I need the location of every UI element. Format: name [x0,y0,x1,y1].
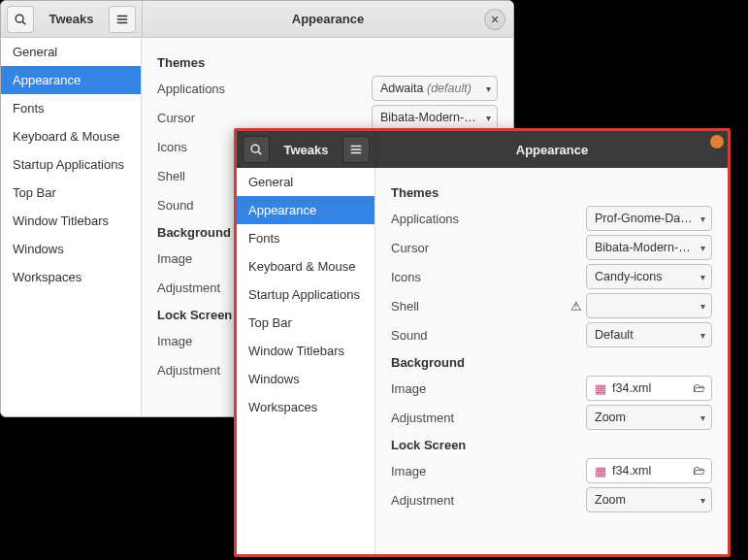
sidebar-item-general[interactable]: General [1,38,141,66]
chevron-down-icon: ▾ [700,301,705,312]
chevron-down-icon: ▾ [700,495,705,506]
hamburger-button[interactable] [342,136,370,163]
section-themes: Themes [391,185,712,200]
label-sound: Sound [391,328,586,343]
search-button[interactable] [243,136,270,163]
ls-image-chooser[interactable]: ▦f34.xml🗁 [586,458,712,483]
applications-combo[interactable]: Adwaita (default) ▾ [372,76,498,101]
bg-image-chooser[interactable]: ▦f34.xml🗁 [586,376,712,401]
close-button[interactable] [710,135,724,148]
label-shell: Shell [391,299,570,313]
chevron-down-icon: ▾ [700,214,705,224]
sidebar-item-workspaces[interactable]: Workspaces [1,263,141,291]
sidebar-item-general[interactable]: General [237,168,374,196]
chevron-down-icon: ▾ [700,412,705,423]
label-bg-image: Image [391,381,586,396]
sidebar-item-startup-applications[interactable]: Startup Applications [237,280,374,309]
icons-combo[interactable]: Candy-icons▾ [586,264,712,289]
tweaks-window-dark: Tweaks Appearance GeneralAppearanceFonts… [234,128,731,557]
sidebar-item-fonts[interactable]: Fonts [237,224,374,252]
sidebar-item-fonts[interactable]: Fonts [1,94,141,122]
label-ls-adjustment: Adjustment [391,493,586,508]
sidebar-item-keyboard-mouse[interactable]: Keyboard & Mouse [1,122,141,150]
label-applications: Applications [157,82,372,96]
label-bg-adjustment: Adjustment [391,411,586,425]
shell-combo[interactable]: ▾ [586,293,712,318]
page-title: Appearance [516,143,588,157]
chevron-down-icon: ▾ [700,330,705,341]
chevron-down-icon: ▾ [486,83,491,94]
label-cursor: Cursor [391,241,586,255]
bg-adjustment-combo[interactable]: Zoom▾ [586,405,712,430]
sidebar-item-window-titlebars[interactable]: Window Titlebars [237,337,374,365]
open-icon: 🗁 [693,381,705,395]
cursor-combo[interactable]: Bibata-Modern-Classic▾ [586,235,712,260]
ls-adjustment-combo[interactable]: Zoom▾ [586,487,712,512]
sidebar-item-top-bar[interactable]: Top Bar [1,179,141,207]
label-applications: Applications [391,212,586,226]
label-icons: Icons [391,270,586,284]
sidebar-item-top-bar[interactable]: Top Bar [237,309,374,337]
sidebar-item-workspaces[interactable]: Workspaces [237,393,374,421]
content-pane: Themes Applications Prof-Gnome-Darker-3.… [375,168,728,554]
file-icon: ▦ [595,464,606,478]
sidebar-item-appearance[interactable]: Appearance [237,196,374,224]
label-ls-image: Image [391,464,586,478]
chevron-down-icon: ▾ [700,272,705,282]
app-title: Tweaks [274,143,339,157]
sound-combo[interactable]: Default▾ [586,322,712,347]
sidebar: GeneralAppearanceFontsKeyboard & MouseSt… [1,38,142,416]
file-icon: ▦ [595,381,606,396]
svg-point-0 [16,15,23,22]
section-background: Background [391,355,712,370]
sidebar: GeneralAppearanceFontsKeyboard & MouseSt… [237,168,375,554]
warning-icon: ⚠ [570,299,582,313]
page-title: Appearance [292,12,364,26]
svg-point-2 [251,145,259,152]
sidebar-item-appearance[interactable]: Appearance [1,66,141,94]
sidebar-item-windows[interactable]: Windows [237,365,374,393]
sidebar-item-window-titlebars[interactable]: Window Titlebars [1,207,141,235]
sidebar-item-keyboard-mouse[interactable]: Keyboard & Mouse [237,252,374,280]
svg-line-3 [258,151,261,154]
section-lockscreen: Lock Screen [391,438,712,452]
applications-combo[interactable]: Prof-Gnome-Darker-3.6▾ [586,206,712,231]
open-icon: 🗁 [693,464,705,478]
chevron-down-icon: ▾ [486,113,491,123]
chevron-down-icon: ▾ [700,243,705,253]
cursor-combo[interactable]: Bibata-Modern-Classic ▾ [372,105,498,130]
label-cursor: Cursor [157,111,372,125]
close-button[interactable]: × [484,9,505,30]
search-button[interactable] [7,6,34,33]
app-title: Tweaks [38,12,105,26]
svg-line-1 [22,21,25,24]
section-themes: Themes [157,55,498,70]
sidebar-item-startup-applications[interactable]: Startup Applications [1,150,141,179]
sidebar-item-windows[interactable]: Windows [1,235,141,263]
hamburger-button[interactable] [109,6,136,33]
